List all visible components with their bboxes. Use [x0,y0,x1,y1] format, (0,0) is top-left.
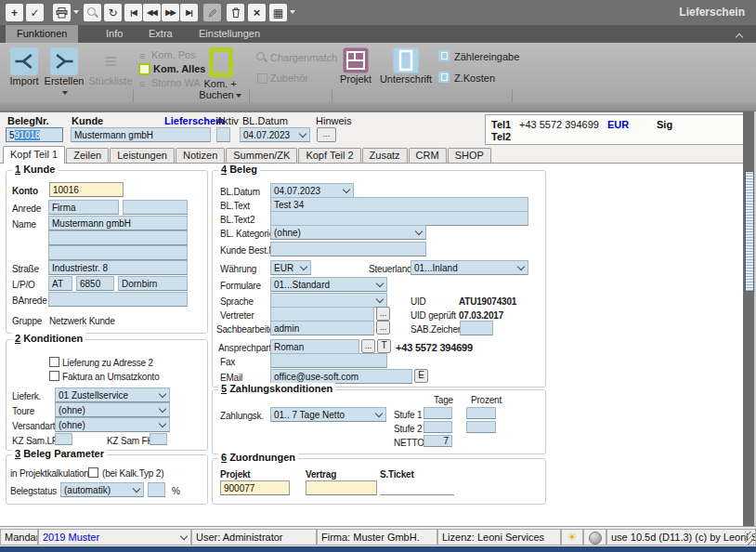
ansprechpart-input[interactable]: Roman [270,339,359,354]
erstellen-button[interactable]: Erstellen [43,47,85,98]
confirm-button[interactable]: ✓ [26,4,44,21]
zaehlereingabe-button[interactable]: Zählereingabe [454,51,519,62]
toure-select[interactable]: (ohne) [55,402,170,417]
stufe1-tage-input[interactable] [424,407,452,419]
gruppe-value: Netzwerk Kunde [49,316,115,326]
belegstatus-select[interactable]: (automatik) [60,482,144,497]
anrede2-input[interactable] [123,200,188,215]
bltext-input[interactable]: Test 34 [270,197,528,212]
bltext2-input[interactable] [270,211,528,226]
stufe2-tage-input[interactable] [424,421,452,433]
close-record-button[interactable]: × [248,4,266,21]
hinweis-button[interactable]: ... [317,127,336,142]
steuerland-select[interactable]: 01...Inland [411,260,528,275]
tab-summen-zk[interactable]: Summen/ZK [226,148,297,164]
stufe2-prozent-input[interactable] [466,421,496,433]
tab-shop[interactable]: SHOP [448,148,491,164]
tab-kopf-teil-1[interactable]: Kopf Teil 1 [3,146,65,164]
refresh-button[interactable]: ↻ [104,4,122,21]
kz-sam-fk-input[interactable] [150,433,167,445]
konto-input[interactable]: 10016 [49,182,124,197]
versandart-select[interactable]: (ohne) [55,417,170,432]
status-sun-cell[interactable]: ☀ [561,529,583,545]
bldatum-select[interactable]: 04.07.2023 [270,183,354,198]
sachbearbeiter-lookup-button[interactable]: ... [376,321,390,335]
tab-zusatz[interactable]: Zusatz [362,148,408,164]
kz-sam-lf-input[interactable] [55,433,72,445]
kunde-input[interactable]: Mustermann gmbH [71,127,211,142]
erstellen-dropdown-icon[interactable] [62,91,68,95]
ansprechpart-t-button[interactable]: T [377,339,391,353]
netto-tage-input[interactable]: 7 [424,435,452,447]
menu-tab-info[interactable]: Info [95,25,134,43]
stufe2-label: Stufe 2 [394,424,422,434]
first-record-button[interactable]: |◀ [124,4,142,21]
name2-input[interactable] [48,230,188,245]
resize-grip[interactable] [745,532,754,545]
add-record-button[interactable]: + [6,4,23,21]
lieferung-adresse2-checkbox[interactable] [49,357,59,367]
section-zahlung-title: Zahlungskonditionen [229,383,332,394]
mandant-select[interactable]: 2019 Muster [38,529,191,545]
tab-zeilen[interactable]: Zeilen [66,148,109,164]
kundebestnr-input[interactable] [270,242,426,256]
ansprechpart-lookup-button[interactable]: ... [361,339,375,353]
tab-kopf-teil-2[interactable]: Kopf Teil 2 [298,148,360,164]
grid-view-button[interactable]: ▦ [269,4,287,21]
vertical-scrollbar[interactable] [743,112,754,526]
print-button[interactable] [53,4,71,21]
menu-tab-einstellungen[interactable]: Einstellungen [188,25,271,43]
tab-leistungen[interactable]: Leistungen [110,148,175,164]
projekt-button[interactable]: Projekt [334,47,377,85]
sprache-select[interactable] [270,293,387,308]
previous-record-button[interactable]: ◀◀ [143,4,161,21]
aktiv-field[interactable] [216,127,230,142]
stufe1-prozent-input[interactable] [466,407,496,419]
projektkalkulation-checkbox[interactable] [88,467,98,478]
tab-crm[interactable]: CRM [409,148,447,164]
menu-tab-funktionen[interactable]: Funktionen [6,25,78,43]
unterschrift-button[interactable]: Unterschrift [377,47,435,85]
zahlungsk-select[interactable]: 01.. 7 Tage Netto [270,407,386,422]
anrede-input[interactable]: Firma [48,200,119,215]
status-globe-cell[interactable] [583,529,606,545]
vertrag-input[interactable] [306,480,377,495]
tab-notizen[interactable]: Notizen [176,148,225,164]
belegnr-input[interactable]: 591018 [6,127,63,142]
sticket-input[interactable] [380,480,454,495]
kategorie-select[interactable]: (ohne) [270,225,426,240]
vertreter-lookup-button[interactable]: ... [376,307,390,321]
projekt-input[interactable]: 900077 [220,480,290,495]
last-record-button[interactable]: ▶| [180,4,198,21]
banrede-input[interactable] [48,292,188,307]
bldatum-header-select[interactable]: 04.07.2023 [240,127,310,142]
land-input[interactable]: AT [48,276,72,291]
print-dropdown-icon[interactable] [73,10,79,14]
search-button[interactable] [84,4,101,21]
menu-tab-extra[interactable]: Extra [137,25,184,43]
lieferk-select[interactable]: 01 Zustellservice [55,388,170,402]
fax-input[interactable] [270,353,387,368]
zkosten-button[interactable]: Z.Kosten [454,72,495,84]
sachbearbeiter-input[interactable]: admin [270,321,374,335]
name-input[interactable]: Mustermann gmbH [48,216,188,230]
import-button[interactable]: Import [6,47,43,86]
scrollbar-thumb[interactable] [745,171,754,292]
ort-input[interactable]: Dornbirn [118,276,188,291]
waehrung-select[interactable]: EUR [270,260,311,275]
kom-buchen-button[interactable]: Kom. + Buchen [197,46,243,100]
grid-dropdown-icon[interactable] [290,10,295,14]
delete-button[interactable] [227,4,244,21]
name3-input[interactable] [48,245,188,260]
next-record-button[interactable]: ▶▶ [162,4,179,21]
uid-geprueft-value: 07.03.2017 [459,310,503,321]
plz-input[interactable]: 6850 [76,276,114,291]
formulare-select[interactable]: 01...Standard [270,277,387,292]
strasse-input[interactable]: Industriestr. 8 [48,260,188,275]
belegstatus-percent-input[interactable] [148,482,165,497]
faktura-umsatzkonto-checkbox[interactable] [49,371,59,381]
email-input[interactable]: office@use-soft.com [270,369,412,384]
sab-zeichen-input[interactable] [460,321,493,335]
vertreter-input[interactable] [270,307,374,322]
email-button[interactable]: E [414,369,428,383]
